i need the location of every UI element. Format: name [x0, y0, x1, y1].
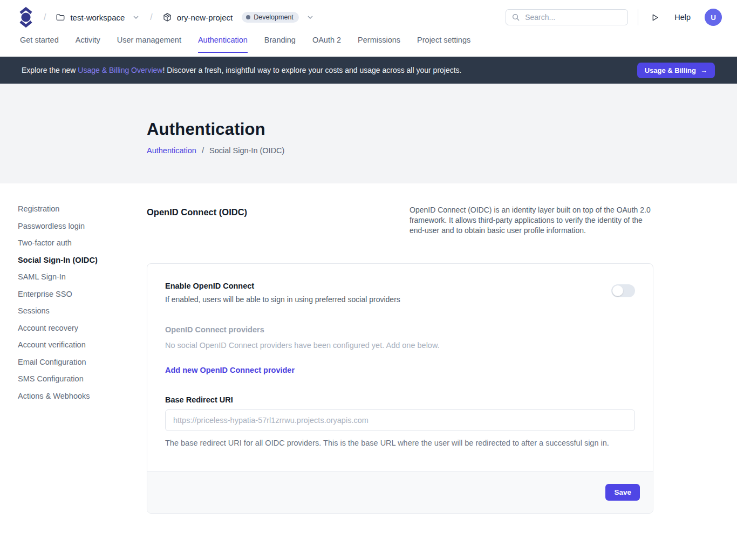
sidebar-item-enterprise-sso[interactable]: Enterprise SSO	[18, 290, 147, 298]
tab-branding[interactable]: Branding	[264, 36, 296, 53]
sidebar-item-actions-webhooks[interactable]: Actions & Webhooks	[18, 392, 147, 400]
tab-authentication[interactable]: Authentication	[198, 36, 248, 53]
enable-oidc-toggle[interactable]	[611, 284, 635, 297]
tab-permissions[interactable]: Permissions	[358, 36, 400, 53]
breadcrumb-separator: /	[44, 12, 46, 22]
banner-message: Explore the new Usage & Billing Overview…	[22, 66, 462, 74]
search-box	[506, 9, 628, 25]
section-description: OpenID Connect (OIDC) is an identity lay…	[410, 205, 653, 236]
oidc-settings-card: Enable OpenID Connect If enabled, users …	[147, 263, 653, 514]
package-icon	[162, 12, 172, 22]
sidebar-item-social-sign-in-oidc-[interactable]: Social Sign-In (OIDC)	[18, 256, 147, 264]
sidebar-item-two-factor-auth[interactable]: Two-factor auth	[18, 239, 147, 247]
tab-get-started[interactable]: Get started	[20, 36, 59, 53]
providers-label: OpenID Connect providers	[165, 325, 635, 334]
sidebar-item-email-configuration[interactable]: Email Configuration	[18, 358, 147, 366]
usage-billing-button[interactable]: Usage & Billing →	[637, 63, 715, 78]
base-redirect-uri-input[interactable]	[165, 409, 635, 431]
top-header: / test-workspace / ory-new-project Devel…	[0, 0, 737, 35]
sidebar-item-sessions[interactable]: Sessions	[18, 307, 147, 315]
section-title: OpenID Connect (OIDC)	[147, 205, 247, 217]
usage-billing-banner: Explore the new Usage & Billing Overview…	[0, 57, 737, 84]
card-footer: Save	[147, 471, 653, 513]
tab-activity[interactable]: Activity	[76, 36, 100, 53]
search-input[interactable]	[525, 13, 622, 22]
add-provider-link[interactable]: Add new OpenID Connect provider	[165, 366, 295, 374]
help-link[interactable]: Help	[674, 13, 691, 22]
page-hero: Authentication Authentication / Social S…	[0, 84, 737, 183]
banner-text-before: Explore the new	[22, 66, 78, 74]
main-panel: OpenID Connect (OIDC) OpenID Connect (OI…	[147, 205, 653, 514]
avatar[interactable]: U	[705, 9, 722, 26]
sidebar-item-account-verification[interactable]: Account verification	[18, 341, 147, 349]
project-nav-tabs: Get startedActivityUser managementAuthen…	[0, 35, 737, 57]
sidebar-item-saml-sign-in[interactable]: SAML Sign-In	[18, 273, 147, 281]
workspace-name: test-workspace	[70, 13, 125, 22]
base-redirect-uri-help: The base redirect URI for all OIDC provi…	[165, 439, 635, 471]
enable-oidc-title: Enable OpenID Connect	[165, 282, 400, 290]
page-title: Authentication	[147, 120, 737, 139]
enable-oidc-description: If enabled, users will be able to sign i…	[165, 295, 400, 304]
chevron-down-icon	[306, 13, 315, 22]
enable-oidc-row: Enable OpenID Connect If enabled, users …	[165, 282, 635, 304]
environment-label: Development	[254, 13, 294, 21]
base-redirect-uri-label: Base Redirect URI	[165, 395, 635, 404]
breadcrumb-separator: /	[150, 12, 152, 22]
tab-oauth-2[interactable]: OAuth 2	[312, 36, 341, 53]
sidebar-item-registration[interactable]: Registration	[18, 205, 147, 213]
settings-sidenav: RegistrationPasswordless loginTwo-factor…	[0, 205, 147, 514]
banner-text-after: ! Discover a fresh, insightful way to ex…	[162, 66, 461, 74]
folder-icon	[56, 12, 65, 22]
breadcrumb-authentication-link[interactable]: Authentication	[147, 146, 196, 155]
content-area: RegistrationPasswordless loginTwo-factor…	[0, 183, 737, 514]
ory-logo-icon[interactable]	[18, 6, 34, 29]
sidebar-item-account-recovery[interactable]: Account recovery	[18, 324, 147, 332]
project-name: ory-new-project	[177, 13, 233, 22]
providers-empty-text: No social OpenID Connect providers have …	[165, 341, 635, 350]
workspace-selector[interactable]: test-workspace	[56, 12, 140, 22]
project-selector[interactable]: ory-new-project Development	[162, 12, 315, 23]
arrow-right-icon: →	[700, 66, 707, 74]
tab-project-settings[interactable]: Project settings	[417, 36, 470, 53]
save-button[interactable]: Save	[605, 484, 640, 501]
environment-badge: Development	[242, 12, 299, 23]
breadcrumb: Authentication / Social Sign-In (OIDC)	[147, 146, 737, 155]
section-header: OpenID Connect (OIDC) OpenID Connect (OI…	[147, 205, 653, 236]
sidebar-item-passwordless-login[interactable]: Passwordless login	[18, 222, 147, 230]
sidebar-item-sms-configuration[interactable]: SMS Configuration	[18, 375, 147, 383]
usage-billing-button-label: Usage & Billing	[645, 66, 696, 74]
tab-user-management[interactable]: User management	[117, 36, 181, 53]
environment-dot-icon	[246, 15, 250, 19]
play-icon[interactable]	[650, 13, 659, 22]
header-divider	[638, 9, 638, 25]
search-icon	[511, 13, 520, 22]
chevron-down-icon	[132, 13, 140, 22]
usage-billing-overview-link[interactable]: Usage & Billing Overview	[78, 66, 162, 74]
toggle-knob-icon	[612, 285, 623, 296]
breadcrumb-separator: /	[202, 146, 204, 155]
breadcrumb-current: Social Sign-In (OIDC)	[209, 146, 284, 155]
